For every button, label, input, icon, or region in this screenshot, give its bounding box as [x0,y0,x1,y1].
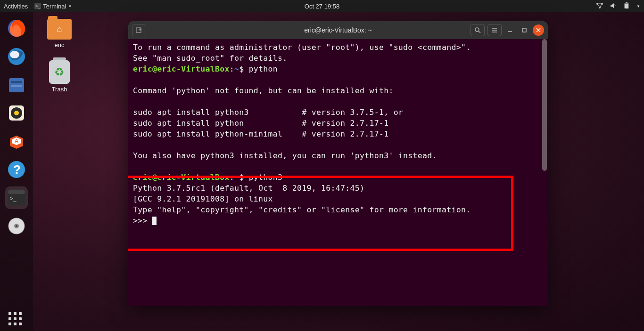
software-icon[interactable]: A [5,130,28,153]
terminal-output: [GCC 9.2.1 20191008] on linux [133,194,543,204]
terminal-output: sudo apt install python3 # version 3.7.5… [133,107,543,118]
home-folder-label: eric [55,41,65,48]
minimize-icon [507,27,513,33]
system-menu-chevron-icon[interactable]: ▼ [636,4,640,8]
svg-rect-17 [11,85,22,87]
chevron-down-icon: ▼ [68,4,72,8]
firefox-icon[interactable] [5,17,28,40]
terminal-output: To run a command as administrator (user … [133,42,543,53]
close-button[interactable] [533,24,544,36]
gnome-topbar: Activities >_ Terminal ▼ Oct 27 19:58 ▼ [0,0,644,12]
scrollbar-thumb[interactable] [542,39,547,171]
network-icon[interactable] [596,2,603,10]
svg-point-14 [10,51,19,58]
svg-line-6 [600,4,602,8]
svg-rect-40 [522,28,526,32]
hamburger-icon [491,27,498,33]
svg-point-30 [16,225,17,227]
search-button[interactable] [471,24,485,36]
python-prompt: >>> [133,215,543,226]
maximize-icon [521,27,527,33]
svg-text:?: ? [13,162,21,177]
svg-rect-10 [626,2,627,3]
maximize-button[interactable] [519,24,530,36]
terminal-small-icon: >_ [34,3,41,9]
terminal-output [133,96,543,107]
terminal-prompt-line: eric@eric-VirtualBox:~$ python [133,64,543,74]
terminal-output: See "man sudo_root" for details. [133,53,543,64]
svg-point-20 [14,111,19,115]
activities-button[interactable]: Activities [4,3,28,10]
show-applications-icon[interactable] [8,312,22,325]
svg-line-35 [479,31,480,33]
window-title: eric@eric-VirtualBox: ~ [304,26,372,34]
rhythmbox-icon[interactable] [5,102,28,124]
trash-icon: ♻ [49,60,70,84]
terminal-output: You also have python3 installed, you can… [133,150,543,161]
svg-line-5 [597,4,600,8]
app-menu[interactable]: >_ Terminal ▼ [34,3,72,10]
terminal-output: Python 3.7.5rc1 (default, Oct 8 2019, 16… [133,183,543,194]
terminal-output [133,74,543,85]
menu-button[interactable] [487,24,502,36]
svg-text:>_: >_ [10,195,17,202]
search-icon [474,27,481,33]
minimize-button[interactable] [504,24,516,36]
trash[interactable]: ♻ Trash [47,60,72,93]
folder-icon: ⌂ [47,19,72,40]
terminal-window: eric@eric-VirtualBox: ~ To run a command… [128,21,548,306]
svg-marker-8 [611,3,614,8]
new-tab-icon [135,26,143,34]
svg-text:A: A [15,138,18,145]
files-icon[interactable] [5,73,28,96]
terminal-body[interactable]: To run a command as administrator (user … [128,39,548,306]
cursor [152,217,157,225]
thunderbird-icon[interactable] [5,45,28,68]
desktop-icons: ⌂ eric ♻ Trash [47,19,72,93]
terminal-dock-icon[interactable]: >_ [5,186,28,209]
terminal-prompt-line: eric@eric-VirtualBox:~$ python3 [133,172,543,183]
svg-rect-11 [625,4,628,8]
terminal-output: sudo apt install python # version 2.7.17… [133,118,543,129]
home-folder[interactable]: ⌂ eric [47,19,72,48]
prompt-path: ~ [234,65,239,73]
clock[interactable]: Oct 27 19:58 [305,3,339,10]
terminal-output: Command 'python' not found, but can be i… [133,85,543,96]
close-icon [536,28,541,32]
terminal-output [133,139,543,150]
prompt-user: eric@eric-VirtualBox [133,173,230,182]
dock: A ? >_ [0,12,33,331]
new-tab-button[interactable] [132,24,146,36]
volume-icon[interactable] [610,2,617,10]
terminal-output: sudo apt install python-minimal # versio… [133,129,543,139]
disc-icon[interactable] [5,215,28,237]
svg-point-34 [475,28,479,32]
prompt-user: eric@eric-VirtualBox [133,65,230,73]
svg-text:>_: >_ [35,4,41,8]
window-titlebar[interactable]: eric@eric-VirtualBox: ~ [128,21,548,39]
prompt-path: ~ [234,173,239,182]
help-icon[interactable]: ? [5,158,28,181]
command-text: python3 [249,173,283,182]
trash-label: Trash [52,86,67,93]
terminal-output [133,161,543,172]
command-text: python [249,65,278,73]
svg-rect-16 [11,81,22,83]
battery-icon[interactable] [623,2,630,10]
app-menu-label: Terminal [43,3,66,10]
scrollbar[interactable] [542,39,547,306]
terminal-output: Type "help", "copyright", "credits" or "… [133,204,543,215]
svg-rect-25 [8,190,25,194]
